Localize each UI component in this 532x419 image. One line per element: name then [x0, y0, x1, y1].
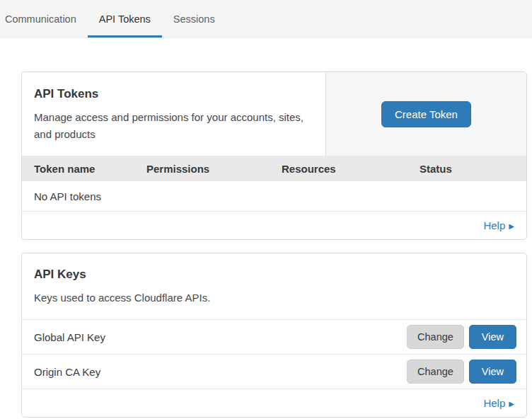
- change-origin-ca-key-button[interactable]: Change: [407, 360, 464, 384]
- api-keys-card-footer: Help ▶: [22, 389, 526, 417]
- api-key-row-origin-ca: Origin CA Key Change View: [22, 354, 526, 389]
- api-key-actions: Change View: [407, 360, 516, 384]
- api-tokens-card-header: API Tokens Manage access and permissions…: [22, 72, 526, 156]
- tab-communication[interactable]: Communication: [0, 0, 88, 38]
- api-tokens-empty-row: No API tokens: [22, 181, 526, 211]
- api-key-label: Global API Key: [34, 331, 105, 343]
- api-key-label: Origin CA Key: [34, 366, 100, 378]
- arrow-right-icon: ▶: [509, 222, 514, 230]
- column-header-status: Status: [420, 156, 526, 181]
- create-token-button[interactable]: Create Token: [381, 101, 471, 127]
- api-key-row-global: Global API Key Change View: [22, 319, 526, 354]
- api-tokens-table-header-row: Token name Permissions Resources Status: [22, 156, 526, 181]
- help-link-label: Help: [483, 397, 505, 409]
- api-keys-card-description: Keys used to access Cloudflare APIs.: [34, 289, 514, 306]
- api-tokens-table: Token name Permissions Resources Status …: [22, 156, 526, 211]
- view-origin-ca-key-button[interactable]: View: [469, 360, 516, 384]
- column-header-permissions: Permissions: [146, 156, 282, 181]
- api-tokens-card-description: Manage access and permissions for your a…: [34, 109, 313, 143]
- view-global-api-key-button[interactable]: View: [469, 325, 516, 350]
- tab-sessions[interactable]: Sessions: [162, 0, 226, 38]
- empty-state-message: No API tokens: [22, 181, 526, 211]
- api-keys-card-header: API Keys Keys used to access Cloudflare …: [22, 253, 526, 319]
- main-content: API Tokens Manage access and permissions…: [21, 71, 527, 418]
- arrow-right-icon: ▶: [509, 400, 514, 408]
- api-keys-card-title: API Keys: [34, 268, 514, 282]
- api-tokens-card: API Tokens Manage access and permissions…: [21, 71, 527, 240]
- column-header-token-name: Token name: [22, 156, 146, 181]
- api-keys-card: API Keys Keys used to access Cloudflare …: [21, 253, 527, 418]
- api-tokens-card-title: API Tokens: [34, 87, 313, 101]
- api-tokens-card-footer: Help ▶: [22, 211, 526, 239]
- api-keys-help-link[interactable]: Help ▶: [483, 397, 514, 409]
- api-tokens-help-link[interactable]: Help ▶: [483, 219, 514, 231]
- change-global-api-key-button[interactable]: Change: [407, 325, 464, 350]
- column-header-resources: Resources: [282, 156, 420, 181]
- api-tokens-card-header-text: API Tokens Manage access and permissions…: [22, 72, 325, 156]
- tab-bar: Communication API Tokens Sessions: [0, 0, 532, 38]
- tab-api-tokens[interactable]: API Tokens: [88, 0, 162, 38]
- help-link-label: Help: [483, 219, 505, 231]
- api-tokens-card-header-action: Create Token: [325, 72, 526, 156]
- api-key-actions: Change View: [407, 325, 516, 350]
